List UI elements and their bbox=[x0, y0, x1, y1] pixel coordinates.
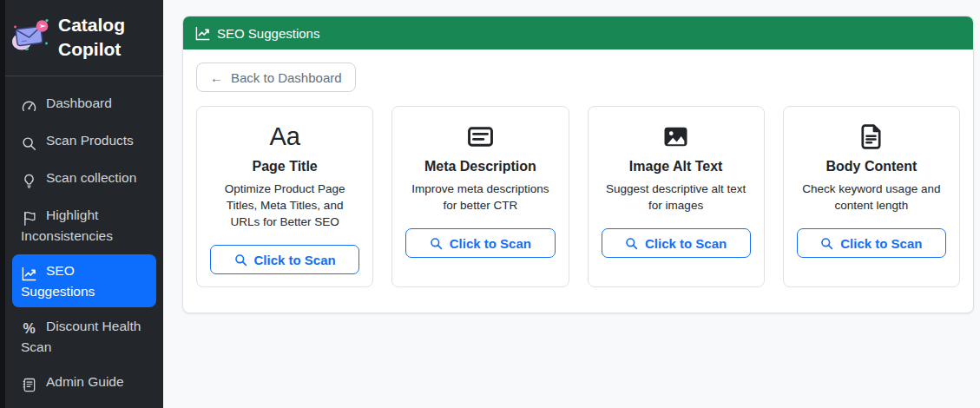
percent-icon: % bbox=[21, 319, 37, 338]
journal-text-icon bbox=[21, 375, 37, 393]
graph-up-arrow-icon bbox=[21, 264, 37, 282]
sidebar-item-label: Scan Products bbox=[46, 133, 134, 148]
search-icon bbox=[21, 134, 37, 152]
card-description: Check keyword usage and content length bbox=[797, 181, 946, 214]
sidebar-item-discount-health-scan[interactable]: %Discount Health Scan bbox=[12, 310, 156, 363]
sidebar-item-scan-collection[interactable]: Scan collection bbox=[12, 161, 156, 196]
sidebar-item-label: Scan collection bbox=[46, 170, 136, 185]
card-image-alt-text: Image Alt Text Suggest descriptive alt t… bbox=[588, 106, 765, 287]
card-meta-description: Meta Description Improve meta descriptio… bbox=[391, 106, 569, 287]
scan-button-label: Click to Scan bbox=[840, 236, 922, 251]
card-body-content: Body Content Check keyword usage and con… bbox=[783, 106, 960, 287]
search-icon bbox=[234, 253, 247, 267]
brand: Catalog Copilot bbox=[5, 0, 163, 73]
back-button-label: Back to Dashboard bbox=[231, 70, 342, 85]
scan-button-label: Click to Scan bbox=[645, 236, 727, 251]
sidebar-item-admin-guide[interactable]: Admin Guide bbox=[12, 365, 156, 400]
seo-suggestions-panel: SEO Suggestions ← Back to Dashboard Aa P… bbox=[182, 16, 974, 313]
main-content: SEO Suggestions ← Back to Dashboard Aa P… bbox=[163, 0, 980, 408]
click-to-scan-button[interactable]: Click to Scan bbox=[405, 228, 555, 258]
left-arrow-icon: ← bbox=[210, 70, 223, 85]
card-title: Meta Description bbox=[405, 159, 555, 174]
image-icon bbox=[602, 120, 751, 153]
panel-header: SEO Suggestions bbox=[183, 16, 973, 49]
typography-aa-icon: Aa bbox=[210, 120, 359, 153]
card-description: Suggest descriptive alt text for images bbox=[602, 181, 751, 214]
card-page-title: Aa Page Title Optimize Product Page Titl… bbox=[196, 106, 373, 287]
card-title: Page Title bbox=[210, 159, 359, 174]
panel-body: ← Back to Dashboard Aa Page Title Optimi… bbox=[183, 49, 973, 300]
app-title: Catalog Copilot bbox=[58, 13, 155, 63]
sidebar-edge-strip bbox=[0, 0, 5, 408]
sidebar-item-label: Discount Health Scan bbox=[21, 319, 141, 354]
flag-icon bbox=[21, 208, 37, 227]
back-to-dashboard-button[interactable]: ← Back to Dashboard bbox=[196, 63, 356, 92]
scan-cards-grid: Aa Page Title Optimize Product Page Titl… bbox=[196, 106, 960, 287]
card-title: Image Alt Text bbox=[602, 159, 751, 174]
scan-button-label: Click to Scan bbox=[450, 236, 531, 251]
search-icon bbox=[820, 237, 833, 250]
graph-up-arrow-icon bbox=[195, 26, 210, 41]
click-to-scan-button[interactable]: Click to Scan bbox=[210, 245, 359, 274]
sidebar-nav: Dashboard Scan Products Scan collection … bbox=[5, 87, 163, 400]
search-icon bbox=[430, 237, 443, 250]
sidebar-item-scan-products[interactable]: Scan Products bbox=[12, 124, 156, 159]
card-text-icon bbox=[405, 120, 555, 153]
sidebar-item-highlight-inconsistencies[interactable]: Highlight Inconsistencies bbox=[12, 199, 156, 252]
file-text-icon bbox=[797, 120, 946, 153]
sidebar: Catalog Copilot Dashboard Scan Products … bbox=[0, 0, 163, 408]
card-description: Optimize Product Page Titles, Meta Title… bbox=[210, 181, 359, 230]
click-to-scan-button[interactable]: Click to Scan bbox=[602, 228, 751, 258]
card-description: Improve meta descriptions for better CTR bbox=[405, 181, 555, 214]
panel-title: SEO Suggestions bbox=[217, 26, 319, 41]
lightbulb-icon bbox=[21, 171, 37, 189]
card-title: Body Content bbox=[797, 159, 946, 174]
envelope-logo-icon bbox=[10, 17, 50, 57]
sidebar-item-label: Admin Guide bbox=[46, 374, 124, 389]
sidebar-item-dashboard[interactable]: Dashboard bbox=[12, 87, 156, 122]
scan-button-label: Click to Scan bbox=[254, 253, 336, 267]
click-to-scan-button[interactable]: Click to Scan bbox=[797, 228, 946, 258]
sidebar-item-seo-suggestions[interactable]: SEO Suggestions bbox=[12, 254, 156, 307]
sidebar-divider bbox=[5, 76, 163, 76]
speedometer-icon bbox=[21, 96, 37, 115]
sidebar-item-label: Dashboard bbox=[46, 95, 112, 110]
search-icon bbox=[625, 237, 638, 250]
